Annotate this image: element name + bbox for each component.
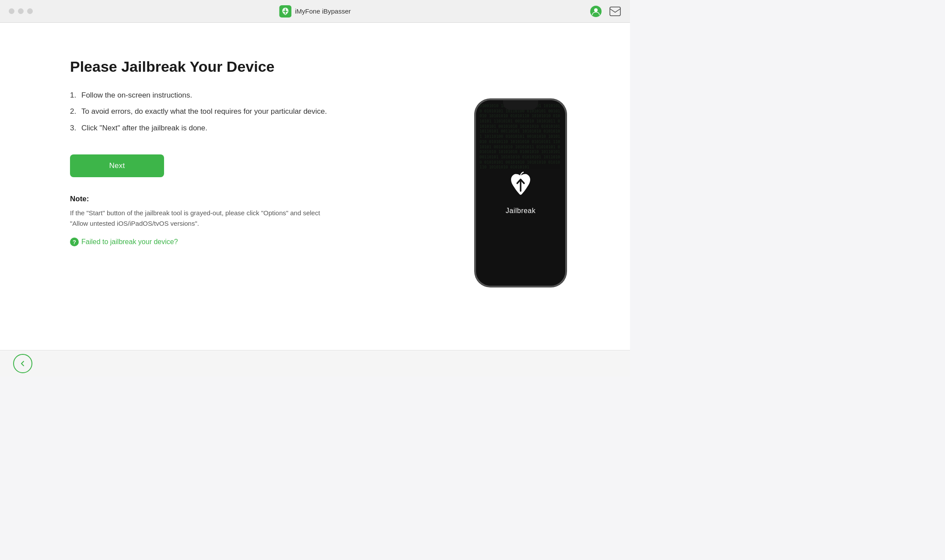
svg-rect-4 bbox=[610, 7, 620, 16]
phone-side-btn-power bbox=[566, 161, 567, 189]
svg-point-1 bbox=[284, 10, 286, 12]
instruction-text-3: Click "Next" after the jailbreak is done… bbox=[81, 122, 207, 134]
minimize-button[interactable] bbox=[18, 8, 24, 14]
instruction-num-1: 1. bbox=[70, 90, 79, 101]
note-section: Note: If the "Start" button of the jailb… bbox=[70, 195, 429, 246]
right-panel: 01001010 10110101 00110101 10101010 0101… bbox=[446, 49, 595, 332]
phone-screen: 01001010 10110101 00110101 10101010 0101… bbox=[476, 100, 565, 286]
app-title: iMyFone iBypasser bbox=[295, 7, 351, 15]
failed-link[interactable]: ? Failed to jailbreak your device? bbox=[70, 238, 429, 246]
instruction-num-2: 2. bbox=[70, 106, 79, 117]
user-icon[interactable] bbox=[590, 5, 602, 18]
titlebar: iMyFone iBypasser bbox=[0, 0, 630, 23]
close-button[interactable] bbox=[9, 8, 14, 14]
jailbreak-content: Jailbreak bbox=[505, 171, 536, 215]
traffic-lights bbox=[9, 8, 33, 14]
main-content: Please Jailbreak Your Device 1. Follow t… bbox=[0, 23, 630, 350]
maximize-button[interactable] bbox=[27, 8, 33, 14]
instruction-text-1: Follow the on-screen instructions. bbox=[81, 90, 192, 101]
note-label: Note: bbox=[70, 195, 429, 203]
bottom-bar bbox=[0, 350, 630, 376]
instruction-num-3: 3. bbox=[70, 122, 79, 134]
titlebar-center: iMyFone iBypasser bbox=[279, 5, 351, 18]
phone-side-btn-vol-up bbox=[475, 157, 476, 176]
instruction-text-2: To avoid errors, do exactly what the too… bbox=[81, 106, 327, 117]
instruction-item-2: 2. To avoid errors, do exactly what the … bbox=[70, 106, 429, 117]
apple-jailbreak-icon bbox=[505, 171, 536, 202]
app-logo-icon bbox=[279, 5, 291, 18]
instruction-item-1: 1. Follow the on-screen instructions. bbox=[70, 90, 429, 101]
jailbreak-label: Jailbreak bbox=[506, 207, 536, 215]
instruction-item-3: 3. Click "Next" after the jailbreak is d… bbox=[70, 122, 429, 134]
page-heading: Please Jailbreak Your Device bbox=[70, 58, 429, 76]
mail-icon[interactable] bbox=[609, 5, 621, 18]
phone-mockup: 01001010 10110101 00110101 10101010 0101… bbox=[475, 99, 567, 287]
next-button[interactable]: Next bbox=[70, 154, 164, 177]
phone-side-btn-vol-down bbox=[475, 180, 476, 199]
back-button[interactable] bbox=[13, 354, 32, 373]
instructions-list: 1. Follow the on-screen instructions. 2.… bbox=[70, 90, 429, 139]
help-circle-icon: ? bbox=[70, 238, 79, 246]
svg-point-3 bbox=[594, 8, 598, 12]
note-text: If the "Start" button of the jailbreak t… bbox=[70, 208, 332, 229]
phone-notch bbox=[503, 100, 538, 110]
titlebar-actions bbox=[590, 5, 621, 18]
failed-link-text: Failed to jailbreak your device? bbox=[81, 238, 178, 246]
phone-side-btn-mute bbox=[475, 140, 476, 152]
back-arrow-icon bbox=[19, 360, 27, 368]
left-panel: Please Jailbreak Your Device 1. Follow t… bbox=[70, 49, 429, 332]
